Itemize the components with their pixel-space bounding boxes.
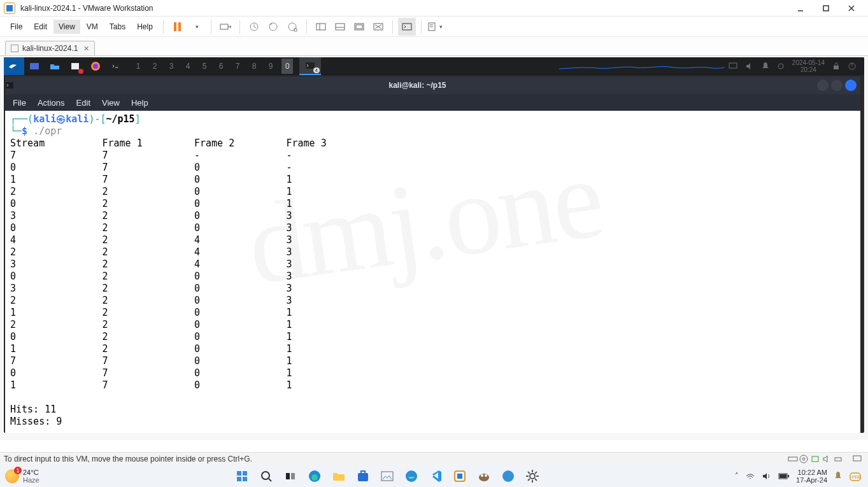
workspace-7[interactable]: 7	[232, 62, 243, 71]
minimize-button[interactable]	[788, 1, 813, 15]
console-button[interactable]	[398, 18, 416, 36]
workspace-1[interactable]: 1	[132, 62, 144, 71]
revert-button[interactable]	[264, 18, 282, 36]
display-icon[interactable]	[729, 62, 737, 70]
pause-button[interactable]	[169, 18, 187, 36]
term-menu-file[interactable]: File	[13, 98, 26, 108]
svg-line-46	[269, 479, 271, 481]
workspace-5[interactable]: 5	[199, 62, 210, 71]
svg-point-25	[93, 64, 98, 69]
workspace-2[interactable]: 2	[149, 62, 160, 71]
settings-taskbar-button[interactable]	[524, 468, 541, 484]
separator	[211, 20, 211, 34]
close-icon[interactable]: ✕	[83, 45, 89, 53]
explorer-button[interactable]	[331, 468, 347, 484]
guest-screen[interactable]: 1234567890 4 2024-05-1420:24	[4, 57, 864, 433]
term-menu-view[interactable]: View	[102, 98, 120, 108]
menu-view[interactable]: View	[53, 20, 80, 34]
wifi-icon[interactable]	[745, 472, 755, 480]
svg-rect-52	[361, 471, 365, 474]
menu-tabs[interactable]: Tabs	[104, 20, 131, 34]
network-icon[interactable]	[777, 62, 785, 70]
menu-edit[interactable]: Edit	[29, 20, 52, 34]
layout-bottom-button[interactable]	[331, 18, 349, 36]
vm-tab[interactable]: kali-linux-2024.1 ✕	[5, 41, 95, 55]
term-menu-actions[interactable]: Actions	[38, 98, 65, 108]
term-maximize-button[interactable]	[831, 80, 843, 91]
network-adapter-icon[interactable]	[811, 455, 822, 463]
send-keys-button[interactable]	[217, 18, 234, 36]
show-desktop-button[interactable]	[24, 57, 45, 75]
sound-icon[interactable]	[822, 455, 834, 463]
terminal-window[interactable]: kali@kali: ~/p15 FileActionsEditViewHelp…	[5, 76, 860, 433]
pause-dropdown[interactable]: ▾	[188, 18, 206, 36]
edge-dev-button[interactable]	[403, 468, 420, 484]
snapshot-button[interactable]	[245, 18, 263, 36]
manage-snapshots-button[interactable]	[283, 18, 301, 36]
cd-icon[interactable]	[799, 455, 811, 463]
menu-file[interactable]: File	[5, 20, 27, 34]
vm-tab-label: kali-linux-2024.1	[22, 44, 78, 53]
task-view-button[interactable]	[282, 468, 299, 484]
printer-icon[interactable]	[834, 455, 845, 463]
unity-button[interactable]	[369, 18, 387, 36]
photos-button[interactable]	[379, 468, 395, 484]
edge-button[interactable]	[306, 468, 323, 484]
host-bell-icon[interactable]	[834, 471, 843, 481]
workspace-9[interactable]: 9	[265, 62, 276, 71]
volume-icon[interactable]	[745, 62, 754, 70]
host-clock[interactable]: 10:22 AM17-Apr-24	[796, 469, 827, 484]
guest-clock[interactable]: 2024-05-1420:24	[792, 59, 825, 73]
firefox-button[interactable]	[85, 57, 106, 75]
copilot-icon[interactable]: PRE	[849, 470, 862, 482]
term-menu-edit[interactable]: Edit	[76, 98, 90, 108]
bell-icon[interactable]	[762, 62, 769, 71]
terminal-title: kali@kali: ~/p15	[20, 81, 815, 90]
workspace-3[interactable]: 3	[166, 62, 177, 71]
fullscreen-button[interactable]	[350, 18, 368, 36]
workspace-8[interactable]: 8	[248, 62, 260, 71]
maximize-button[interactable]	[813, 1, 839, 15]
kali-menu-button[interactable]	[4, 57, 24, 75]
power-icon[interactable]	[848, 62, 857, 71]
term-menu-help[interactable]: Help	[131, 98, 148, 108]
svg-rect-44	[243, 477, 247, 481]
lock-icon[interactable]	[832, 62, 840, 71]
weather-widget[interactable]: 24°CHaze	[0, 469, 39, 484]
menu-vm[interactable]: VM	[82, 20, 103, 34]
updater-button[interactable]	[65, 57, 85, 75]
settings-button[interactable]: ▾	[427, 18, 445, 36]
workspace-4[interactable]: 4	[182, 62, 194, 71]
battery-icon[interactable]	[778, 472, 790, 480]
vmware-button[interactable]	[452, 468, 468, 484]
svg-rect-23	[71, 63, 79, 69]
vm-display[interactable]: 1234567890 4 2024-05-1420:24	[0, 56, 868, 440]
tray-overflow-icon[interactable]: ˄	[735, 472, 739, 480]
edge-alt-button[interactable]	[500, 468, 516, 484]
workspace-6[interactable]: 6	[215, 62, 227, 71]
terminal-body[interactable]: dmj.one ┌──(kali㉿kali)-[~/p15] └─$ ./opr…	[5, 111, 860, 433]
terminal-titlebar[interactable]: kali@kali: ~/p15	[5, 76, 860, 94]
gimp-button[interactable]	[476, 468, 492, 484]
close-button[interactable]	[839, 1, 864, 15]
svg-rect-42	[243, 471, 247, 476]
store-button[interactable]	[355, 468, 371, 484]
start-button[interactable]	[234, 468, 250, 484]
host-volume-icon[interactable]	[762, 472, 772, 480]
message-log-icon[interactable]	[853, 455, 864, 463]
hdd-icon[interactable]	[788, 455, 799, 463]
workspace-0[interactable]: 0	[281, 59, 293, 74]
menu-help[interactable]: Help	[132, 20, 158, 34]
taskbar-terminal[interactable]: 4	[299, 57, 321, 75]
vscode-button[interactable]	[427, 468, 444, 484]
search-button[interactable]	[258, 468, 274, 484]
layout-side-button[interactable]	[312, 18, 330, 36]
svg-rect-4	[220, 24, 228, 29]
term-minimize-button[interactable]	[817, 80, 829, 91]
terminal-launcher-button[interactable]	[106, 57, 126, 75]
file-manager-button[interactable]	[45, 57, 65, 75]
term-close-button[interactable]	[845, 80, 857, 91]
svg-point-54	[406, 470, 417, 482]
titlebar: kali-linux-2024.1 - VMware Workstation	[0, 0, 868, 17]
svg-rect-48	[291, 473, 295, 479]
